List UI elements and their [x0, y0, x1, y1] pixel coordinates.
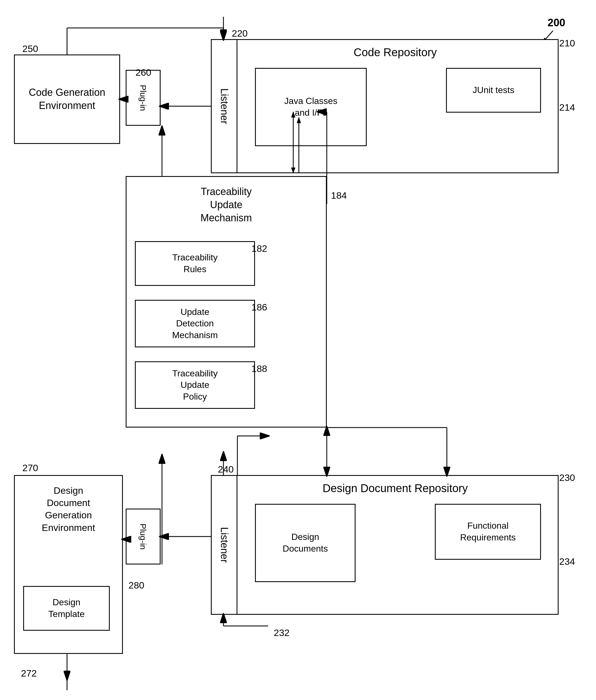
ref-230: 230	[559, 472, 575, 483]
traceability-policy-label: TraceabilityUpdatePolicy	[172, 368, 217, 403]
code-gen-box: Code GenerationEnvironment	[14, 54, 120, 144]
plugin-top-label: Plug-in	[138, 85, 149, 111]
design-doc-repo-label: Design Document Repository	[322, 481, 468, 496]
code-repository-box: Code Repository Java Classesand I/Fs JUn…	[232, 39, 559, 173]
design-doc-gen-label: DesignDocumentGenerationEnvironment	[42, 484, 95, 534]
ref-220: 220	[232, 28, 248, 39]
code-gen-label: Code GenerationEnvironment	[29, 86, 105, 112]
ref-186: 186	[251, 302, 267, 313]
ref-272: 272	[21, 668, 37, 679]
ref-280: 280	[128, 580, 145, 591]
plugin-bottom-box: Plug-in	[126, 508, 161, 565]
ref-200: 200	[548, 17, 565, 29]
ref-260: 260	[135, 67, 151, 78]
listener-top-label: Listener	[217, 88, 231, 124]
ref-240: 240	[218, 464, 234, 475]
listener-bottom-label: Listener	[217, 527, 231, 563]
design-template-box: DesignTemplate	[23, 586, 110, 631]
java-classes-box: Java Classesand I/Fs	[255, 68, 367, 146]
traceability-rules-box: TraceabilityRules	[135, 241, 255, 286]
design-docs-label: DesignDocuments	[283, 531, 328, 554]
ref-210: 210	[559, 38, 575, 49]
design-template-label: DesignTemplate	[48, 597, 85, 620]
junit-box: JUnit tests	[446, 68, 541, 112]
func-req-label: FunctionalRequirements	[460, 520, 516, 543]
traceability-policy-box: TraceabilityUpdatePolicy	[135, 361, 255, 409]
junit-label: JUnit tests	[472, 84, 514, 96]
update-detection-box: UpdateDetectionMechanism	[135, 300, 255, 347]
listener-top-box: Listener	[211, 39, 237, 173]
java-classes-label: Java Classesand I/Fs	[284, 95, 337, 119]
plugin-top-box: Plug-in	[126, 70, 161, 126]
ref-250: 250	[22, 43, 38, 54]
plugin-bottom-label: Plug-in	[138, 523, 149, 549]
design-doc-repo-box: Design Document Repository DesignDocumen…	[232, 475, 559, 615]
design-docs-box: DesignDocuments	[255, 504, 356, 582]
func-req-box: FunctionalRequirements	[435, 504, 541, 560]
code-repository-label: Code Repository	[354, 45, 437, 59]
design-doc-gen-box: DesignDocumentGenerationEnvironment Desi…	[14, 475, 123, 654]
traceability-update-outer-label: TraceabilityUpdateMechanism	[201, 185, 252, 224]
traceability-rules-label: TraceabilityRules	[172, 252, 217, 275]
traceability-update-box: TraceabilityUpdateMechanism Traceability…	[126, 176, 327, 428]
update-detection-label: UpdateDetectionMechanism	[172, 306, 218, 341]
ref-188: 188	[251, 363, 267, 374]
ref-234: 234	[559, 556, 575, 567]
ref-270: 270	[22, 462, 38, 473]
ref-182: 182	[251, 243, 267, 254]
ref-232: 232	[274, 627, 290, 638]
ref-214: 214	[559, 102, 575, 113]
listener-bottom-box: Listener	[211, 475, 237, 615]
diagram: 200 Code Repository Java Classesand I/Fs…	[0, 0, 596, 700]
ref-184: 184	[331, 190, 347, 201]
